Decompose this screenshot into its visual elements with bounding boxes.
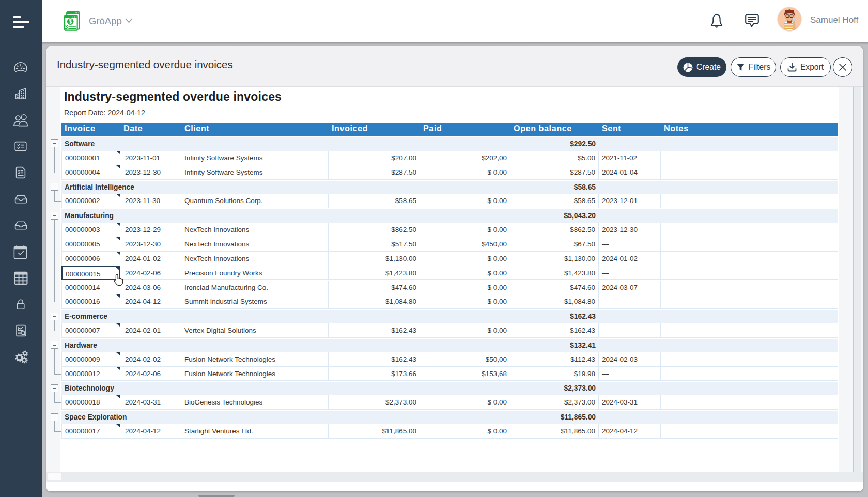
svg-text:$: $ — [18, 169, 20, 175]
